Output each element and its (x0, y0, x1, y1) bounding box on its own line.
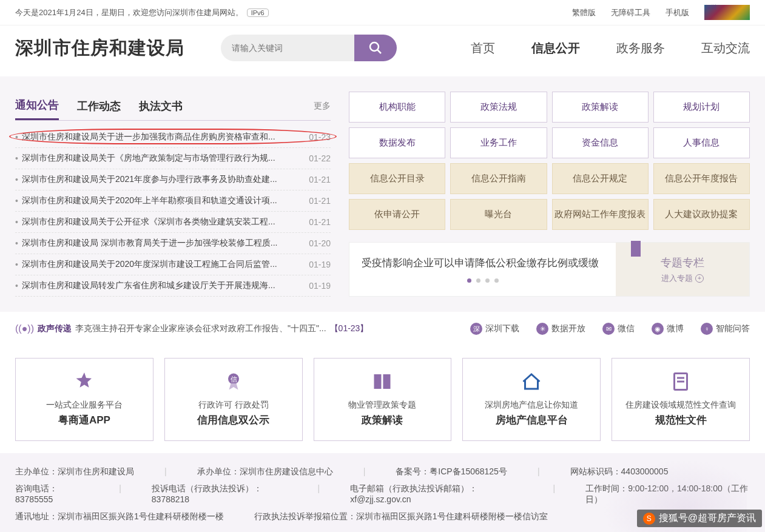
document-icon (669, 369, 693, 394)
link-weibo[interactable]: ◉微博 (652, 323, 684, 335)
voice-text[interactable]: 李克强主持召开专家企业家座谈会征求对政府工作报告、"十四五"... (75, 323, 326, 334)
link-accessibility[interactable]: 无障碍工具 (611, 7, 650, 18)
dot[interactable] (467, 278, 471, 283)
news-link[interactable]: 深圳市住房和建设局关于2020年上半年勘察项目和轨道交通设计项... (22, 195, 309, 206)
nav-info-disclosure[interactable]: 信息公开 (531, 40, 580, 56)
card-yst[interactable]: 一站式企业服务平台 粤商通APP (15, 358, 153, 441)
nav-gov-service[interactable]: 政务服务 (616, 40, 665, 56)
grid-button[interactable]: 人事信息 (653, 127, 750, 158)
more-link[interactable]: 更多 (314, 101, 331, 112)
search-button[interactable] (354, 35, 397, 61)
grid-button[interactable]: 信息公开规定 (552, 163, 649, 194)
news-row: 深圳市住房和建设局关于公开征求《深圳市各类物业建筑安装工程...01-21 (15, 212, 331, 233)
news-row: 深圳市住房和建设局关于《房地产政策制定与市场管理行政行为规...01-22 (15, 148, 331, 169)
plus-icon: + (695, 274, 704, 283)
news-link[interactable]: 深圳市住房和建设局 深圳市教育局关于进一步加强学校装修工程质... (22, 238, 309, 249)
link-wechat[interactable]: ✉微信 (602, 323, 635, 335)
sohu-icon: S (643, 513, 655, 525)
news-date: 01-21 (309, 175, 331, 184)
news-row: 深圳市住房和建设局关于2020年度深圳市建设工程施工合同后监管...01-19 (15, 254, 331, 275)
nav-interaction[interactable]: 互动交流 (701, 40, 750, 56)
grid-button[interactable]: 人大建议政协提案 (653, 199, 750, 230)
dot[interactable] (485, 278, 490, 283)
grid-button[interactable]: 信息公开年度报告 (653, 163, 750, 194)
left-panel: 通知公告 工作动态 执法文书 更多 深圳市住房和建设局关于进一步加强我市商品住房… (15, 92, 331, 297)
news-row: 深圳市住房和建设局关于2021年度参与办理行政事务及协助查处建...01-21 (15, 169, 331, 190)
address: 通讯地址：深圳市福田区振兴路1号住建科研楼附楼一楼 (15, 511, 224, 522)
grid-button[interactable]: 资金信息 (552, 127, 649, 158)
search-input[interactable] (221, 35, 354, 61)
grid-button[interactable]: 政策解读 (552, 92, 649, 123)
news-link[interactable]: 深圳市住房和建设局关于《房地产政策制定与市场管理行政行为规... (22, 153, 309, 164)
card-line1: 住房建设领域规范性文件查询 (617, 400, 744, 411)
slider-right[interactable]: 专题专栏 进入专题+ (616, 243, 749, 296)
grid-button[interactable]: 信息公开目录 (349, 163, 445, 194)
grid-button[interactable]: 业务工作 (450, 127, 547, 158)
news-date: 01-21 (309, 217, 331, 227)
main-nav: 首页 信息公开 政务服务 互动交流 (471, 40, 750, 56)
slider-text: 受疫情影响企业可以申请降低公积金缴存比例或缓缴 (362, 256, 604, 270)
enter-topic[interactable]: 进入专题+ (661, 273, 704, 284)
card-policy[interactable]: 物业管理政策专题 政策解读 (314, 358, 452, 441)
slider-dots (362, 278, 604, 283)
button-grid: 机构职能 政策法规 政策解读 规划计划 数据发布 业务工作 资金信息 人事信息 … (349, 92, 750, 230)
card-line2: 政策解读 (319, 413, 447, 427)
nav-home[interactable]: 首页 (471, 40, 495, 56)
organizer: 承办单位：深圳市住房建设信息中心 (197, 466, 333, 477)
news-link[interactable]: 深圳市住房和建设局关于进一步加强我市商品住房购房资格审查和... (22, 132, 309, 143)
grid-button[interactable]: 政策法规 (450, 92, 547, 123)
link-shenzhen-download[interactable]: 深深圳下载 (470, 323, 519, 335)
grid-button[interactable]: 曝光台 (450, 199, 547, 230)
card-line2: 粤商通APP (21, 413, 148, 427)
voice-right: 深深圳下载 ✳数据开放 ✉微信 ◉微博 ♀智能问答 (470, 323, 750, 335)
top-bar: 今天是2021年1月24日，星期日，欢迎您访问深圳市住建局网站。 IPv6 繁體… (0, 0, 765, 25)
dot[interactable] (476, 278, 480, 283)
card-line1: 一站式企业服务平台 (21, 400, 148, 411)
news-row: 深圳市住房和建设局关于2020年上半年勘察项目和轨道交通设计项...01-21 (15, 190, 331, 212)
watermark-text: 搜狐号@超哥房产资讯 (659, 512, 756, 525)
grid-button[interactable]: 规划计划 (653, 92, 750, 123)
voice-left: ((●)) 政声传递 李克强主持召开专家企业家座谈会征求对政府工作报告、"十四五… (15, 323, 368, 334)
card-row: 一站式企业服务平台 粤商通APP 信 行政许可 行政处罚 信用信息双公示 物业管… (0, 346, 765, 453)
shenzhen-logo (704, 5, 750, 20)
grid-button[interactable]: 机构职能 (349, 92, 445, 123)
svg-text:信: 信 (230, 375, 237, 383)
voice-bar: ((●)) 政声传递 李克强主持召开专家企业家座谈会征求对政府工作报告、"十四五… (0, 312, 765, 346)
grid-button[interactable]: 数据发布 (349, 127, 445, 158)
house-icon (519, 369, 544, 394)
news-date: 01-21 (309, 196, 331, 206)
link-smart-qa[interactable]: ♀智能问答 (701, 323, 750, 335)
link-mobile[interactable]: 手机版 (666, 7, 689, 18)
dot[interactable] (494, 278, 499, 283)
card-docs[interactable]: 住房建设领域规范性文件查询 规范性文件 (612, 358, 750, 441)
data-icon: ✳ (536, 323, 548, 335)
grid-button[interactable]: 依申请公开 (349, 199, 445, 230)
news-link[interactable]: 深圳市住房和建设局关于2020年度深圳市建设工程施工合同后监管... (22, 259, 309, 270)
svg-line-1 (377, 50, 381, 53)
news-date: 01-22 (309, 153, 331, 163)
top-right-links: 繁體版 无障碍工具 手机版 (572, 5, 750, 20)
sponsor: 主办单位：深圳市住房和建设局 (15, 466, 134, 477)
grid-button[interactable]: 信息公开指南 (450, 163, 547, 194)
tab-notice[interactable]: 通知公告 (15, 92, 59, 120)
header: 深圳市住房和建设局 首页 信息公开 政务服务 互动交流 (0, 25, 765, 76)
link-data-open[interactable]: ✳数据开放 (536, 323, 585, 335)
wechat-icon: ✉ (602, 323, 615, 335)
news-link[interactable]: 深圳市住房和建设局转发广东省住房和城乡建设厅关于开展违规海... (22, 280, 309, 291)
card-real-estate[interactable]: 深圳房地产信息让你知道 房地产信息平台 (462, 358, 601, 441)
news-link[interactable]: 深圳市住房和建设局关于公开征求《深圳市各类物业建筑安装工程... (22, 217, 309, 227)
complaint-phone: 投诉电话（行政执法投诉）：83788218 (152, 483, 288, 505)
search-wrap (221, 35, 397, 61)
slider-left: 受疫情影响企业可以申请降低公积金缴存比例或缓缴 (349, 243, 616, 296)
tab-enforcement[interactable]: 执法文书 (139, 93, 183, 120)
weibo-icon: ◉ (652, 323, 664, 335)
right-panel: 机构职能 政策法规 政策解读 规划计划 数据发布 业务工作 资金信息 人事信息 … (349, 92, 750, 297)
tab-work[interactable]: 工作动态 (77, 93, 121, 120)
content: 通知公告 工作动态 执法文书 更多 深圳市住房和建设局关于进一步加强我市商品住房… (0, 76, 765, 312)
ribbon-icon (631, 241, 641, 257)
broadcast-icon: ((●)) (15, 323, 34, 334)
link-traditional[interactable]: 繁體版 (572, 7, 596, 18)
grid-button[interactable]: 政府网站工作年度报表 (552, 199, 649, 230)
news-link[interactable]: 深圳市住房和建设局关于2021年度参与办理行政事务及协助查处建... (22, 174, 309, 185)
card-credit[interactable]: 信 行政许可 行政处罚 信用信息双公示 (164, 358, 303, 441)
